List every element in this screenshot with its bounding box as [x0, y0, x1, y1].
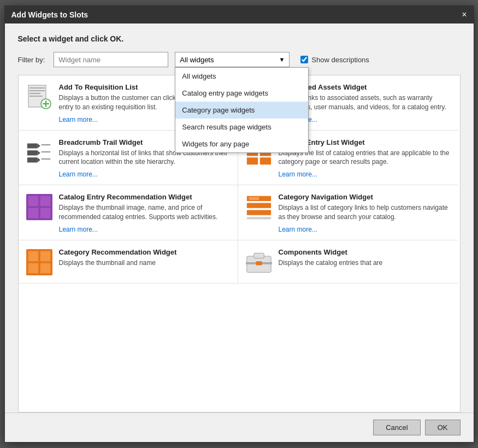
- cancel-button[interactable]: Cancel: [373, 420, 420, 435]
- svg-rect-44: [246, 217, 270, 220]
- svg-rect-25: [41, 158, 50, 160]
- svg-rect-42: [246, 203, 270, 208]
- widget-title-cat-nav: Category Navigation Widget: [279, 193, 451, 201]
- dropdown-option-any[interactable]: Widgets for any page: [175, 135, 308, 152]
- svg-rect-19: [27, 150, 37, 155]
- svg-rect-54: [256, 261, 262, 265]
- widget-learn-cat-nav[interactable]: Learn more...: [279, 226, 317, 233]
- filter-row: Filter by: All widgets ▼ All widgets Cat…: [18, 52, 461, 67]
- dialog-footer: Cancel OK: [5, 412, 474, 442]
- dialog-body: Select a widget and click OK. Filter by:…: [5, 23, 474, 412]
- widget-info-cat-rec: Category Recommendation Widget Displays …: [59, 248, 231, 271]
- widget-title-components: Components Widget: [279, 248, 451, 256]
- widget-title-cat-entry-rec: Catalog Entry Recommendation Widget: [59, 193, 231, 201]
- svg-marker-22: [37, 157, 40, 162]
- svg-rect-47: [28, 251, 38, 261]
- widget-learn-cat-entry-list[interactable]: Learn more...: [279, 170, 317, 178]
- show-descriptions-label[interactable]: Show descriptions: [300, 56, 369, 64]
- dropdown-arrow-icon: ▼: [279, 56, 285, 63]
- widget-desc-components: Displays the catalog entries that are: [279, 258, 451, 268]
- svg-rect-38: [40, 196, 50, 206]
- dropdown-option-category[interactable]: Category page widgets: [175, 102, 308, 119]
- widget-learn-breadcrumb[interactable]: Learn more...: [59, 170, 98, 178]
- svg-rect-2: [29, 90, 45, 91]
- dialog-title: Add Widgets to Slots: [11, 10, 88, 19]
- widget-icon-components: [245, 248, 273, 276]
- widget-title-cat-rec: Category Recommendation Widget: [59, 248, 231, 256]
- add-widgets-dialog: Add Widgets to Slots × Select a widget a…: [4, 5, 474, 443]
- filter-dropdown-container: All widgets ▼ All widgets Catalog entry …: [175, 52, 290, 67]
- svg-rect-3: [29, 93, 40, 94]
- svg-rect-45: [249, 197, 258, 201]
- svg-rect-17: [27, 143, 37, 148]
- widget-learn-add-req[interactable]: Learn more...: [59, 116, 98, 123]
- svg-rect-50: [40, 263, 50, 273]
- widget-desc-cat-entry-rec: Displays the thumbnail image, name, and …: [59, 203, 231, 222]
- svg-rect-48: [40, 251, 50, 261]
- dropdown-selected-value: All widgets: [180, 56, 214, 64]
- widget-icon-cat-rec: [25, 248, 54, 276]
- widget-name-input[interactable]: [54, 52, 168, 67]
- widget-icon-cat-entry-rec: [25, 193, 54, 221]
- widget-icon-add-req: [25, 83, 54, 111]
- close-button[interactable]: ×: [462, 10, 467, 19]
- instruction-text: Select a widget and click OK.: [18, 34, 461, 43]
- widget-desc-cat-rec: Displays the thumbnail and name: [59, 258, 231, 268]
- svg-marker-18: [37, 143, 40, 148]
- show-descriptions-text: Show descriptions: [311, 56, 369, 64]
- filter-dropdown[interactable]: All widgets ▼: [175, 52, 290, 67]
- svg-rect-40: [40, 208, 50, 218]
- widget-learn-cat-entry-rec[interactable]: Learn more...: [59, 226, 98, 233]
- dropdown-option-search[interactable]: Search results page widgets: [175, 119, 308, 135]
- svg-rect-39: [28, 208, 38, 218]
- svg-rect-1: [29, 87, 45, 89]
- dropdown-option-all[interactable]: All widgets: [175, 68, 308, 85]
- svg-rect-31: [259, 157, 270, 164]
- svg-rect-21: [27, 157, 37, 162]
- svg-marker-20: [37, 150, 40, 155]
- widget-icon-breadcrumb: [25, 138, 54, 167]
- widget-info-cat-nav: Category Navigation Widget Displays a li…: [279, 193, 451, 233]
- widget-icon-cat-nav: [245, 193, 273, 221]
- svg-rect-52: [253, 253, 263, 258]
- widget-desc-cat-nav: Displays a list of category links to hel…: [279, 203, 451, 222]
- widget-item-cat-nav[interactable]: Category Navigation Widget Displays a li…: [238, 185, 458, 240]
- ok-button[interactable]: OK: [425, 420, 461, 435]
- show-descriptions-checkbox[interactable]: [300, 56, 308, 63]
- filter-label: Filter by:: [18, 56, 45, 64]
- svg-rect-23: [41, 144, 50, 145]
- svg-rect-30: [246, 157, 257, 164]
- svg-rect-4: [29, 96, 43, 97]
- svg-rect-37: [28, 196, 38, 206]
- widget-item-components[interactable]: Components Widget Displays the catalog e…: [238, 240, 458, 284]
- widget-item-cat-entry-rec[interactable]: Catalog Entry Recommendation Widget Disp…: [19, 185, 238, 240]
- widget-item-cat-rec[interactable]: Category Recommendation Widget Displays …: [19, 240, 238, 284]
- dropdown-option-catalog-entry[interactable]: Catalog entry page widgets: [175, 85, 308, 102]
- svg-rect-43: [246, 210, 270, 215]
- dropdown-popup: All widgets Catalog entry page widgets C…: [175, 67, 309, 153]
- svg-rect-49: [28, 263, 38, 273]
- widget-info-cat-entry-rec: Catalog Entry Recommendation Widget Disp…: [59, 193, 231, 233]
- svg-rect-24: [41, 151, 50, 152]
- dialog-titlebar: Add Widgets to Slots ×: [5, 6, 474, 23]
- widget-info-components: Components Widget Displays the catalog e…: [279, 248, 451, 271]
